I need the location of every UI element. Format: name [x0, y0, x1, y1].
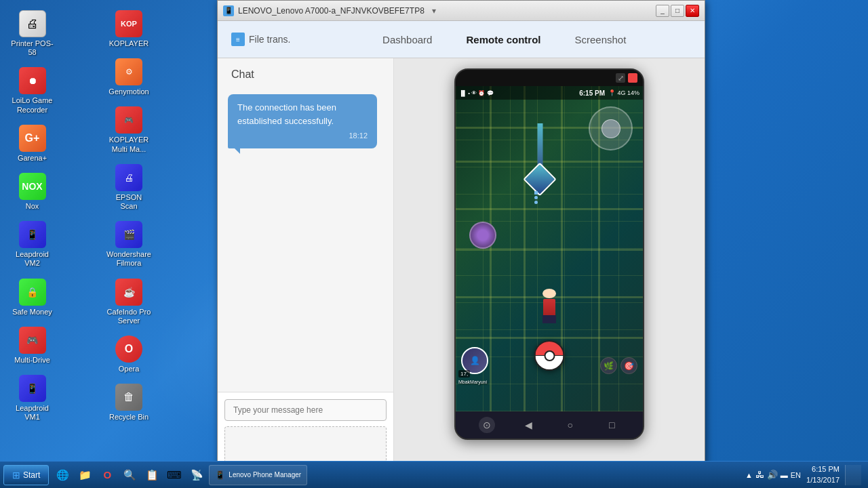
desktop-icon-recycle[interactable]: 🗑 Recycle Bin	[104, 380, 155, 425]
loilo-icon: ⏺	[19, 67, 46, 94]
joystick-inner	[601, 119, 620, 138]
loilo-label: LoiLo GameRecorder	[12, 96, 53, 114]
koplayer2-icon: 🎮	[115, 106, 142, 134]
taskbar-app-label: Lenovo Phone Manager	[229, 471, 301, 479]
minimize-button[interactable]: _	[656, 5, 669, 17]
taskbar-chrome-icon[interactable]: 🌐	[52, 465, 73, 485]
desktop-icon-cafeindo[interactable]: ☕ CafeIndo ProServer	[104, 275, 155, 329]
game-btn-1[interactable]: 🌿	[600, 357, 617, 374]
desktop-icon-opera[interactable]: O Opera	[104, 332, 155, 377]
genymotion-icon: ⚙	[115, 58, 142, 85]
desktop-icon-koplayer[interactable]: KOP KOPLAYER	[104, 7, 155, 52]
desktop: 🖨 Printer POS-58 ⏺ LoiLo GameRecorder G+…	[0, 0, 868, 488]
close-button[interactable]: ✕	[686, 5, 699, 17]
desktop-icon-safemoney[interactable]: 🔒 Safe Money	[7, 275, 58, 320]
desktop-icons-area: 🖨 Printer POS-58 ⏺ LoiLo GameRecorder G+…	[7, 7, 197, 454]
phone-title-bar: ⤢ ✕	[456, 70, 643, 86]
desktop-icon-loilo[interactable]: ⏺ LoiLo GameRecorder	[7, 64, 58, 117]
leapdroid2-icon: 📱	[19, 221, 46, 248]
taskbar-app-icon: 📱	[215, 470, 225, 480]
app-icon: 📱	[223, 5, 234, 16]
tab-remote-control[interactable]: Remote control	[459, 30, 547, 49]
taskbar-network-sys[interactable]: 🖧	[755, 470, 764, 480]
start-button[interactable]: ⊞ Start	[3, 465, 49, 485]
phone-circle-btn[interactable]: ○	[562, 417, 578, 433]
desktop-icon-genymotion[interactable]: ⚙ Genymotion	[104, 55, 155, 100]
desktop-icon-koplayer2[interactable]: 🎮 KOPLAYERMulti Ma...	[104, 103, 155, 157]
app-window: 📱 LENOVO_Lenovo A7000-a_NFJNVKOVBEFE7TP8…	[217, 0, 705, 471]
chat-message-text: The connection has been established succ…	[237, 102, 336, 126]
game-joystick[interactable]	[589, 106, 633, 150]
pokestop-disc	[523, 163, 556, 196]
phone-expand-button[interactable]: ⤢	[616, 73, 625, 83]
leapdroid1-icon: 📱	[19, 375, 46, 402]
taskbar-network-icon[interactable]: 📡	[186, 465, 207, 485]
taskbar-date: 1/13/2017	[806, 475, 840, 485]
logo-text[interactable]: File trans.	[249, 34, 290, 45]
chat-messages: The connection has been established succ…	[218, 87, 393, 392]
taskbar-clipboard-icon[interactable]: 📋	[142, 465, 162, 485]
game-btn-2[interactable]: 🎯	[620, 357, 637, 374]
road-v2	[524, 86, 526, 411]
taskbar-app-item[interactable]: 📱 Lenovo Phone Manager	[209, 465, 307, 485]
chat-attachment-area	[224, 426, 387, 464]
signal-dots: •	[468, 90, 470, 96]
nav-links: Dashboard Remote control Screenshot	[317, 30, 691, 49]
player-level: 17,	[458, 370, 470, 378]
phone-home-btn[interactable]: ⊙	[479, 417, 495, 433]
road-h3	[456, 208, 643, 210]
phone-close-button[interactable]: ✕	[628, 73, 637, 83]
leapdroid2-label: LeapdroidVM2	[16, 250, 49, 268]
taskbar-opera-icon[interactable]: O	[97, 465, 117, 485]
show-desktop-button[interactable]	[845, 465, 861, 485]
tab-screenshot[interactable]: Screenshot	[568, 30, 633, 49]
phone-back-btn[interactable]: ◀	[520, 417, 536, 433]
dropdown-arrow[interactable]: ▾	[432, 6, 436, 16]
taskbar-keyboard-icon[interactable]: ⌨	[164, 465, 184, 485]
tab-dashboard[interactable]: Dashboard	[376, 30, 439, 49]
app-logo: ≡ File trans.	[231, 33, 290, 46]
taskbar-items: 🌐 📁 O 🔍 📋 ⌨ 📡 📱 Lenovo Phone Manager	[52, 465, 745, 485]
spin-item-2	[534, 196, 538, 199]
chat-title: Chat	[218, 58, 393, 87]
phone-title-controls: ⤢ ✕	[616, 73, 637, 83]
desktop-icon-multidrive[interactable]: 🎮 Multi-Drive	[7, 323, 58, 368]
phone-recent-btn[interactable]: □	[604, 417, 620, 433]
opera-icon: O	[115, 336, 142, 363]
desktop-icon-leapdroid2[interactable]: 📱 LeapdroidVM2	[7, 218, 58, 271]
desktop-icon-leapdroid1[interactable]: 📱 LeapdroidVM1	[7, 371, 58, 425]
epson-icon: 🖨	[115, 164, 142, 191]
content-area: Chat The connection has been established…	[218, 58, 705, 470]
taskbar-up-arrow[interactable]: ▲	[745, 471, 753, 479]
pokeball[interactable]	[534, 340, 565, 371]
taskbar-clock[interactable]: 6:15 PM 1/13/2017	[806, 464, 840, 485]
recycle-icon: 🗑	[115, 384, 142, 411]
player-body	[543, 299, 555, 315]
opera-label: Opera	[119, 365, 140, 373]
chat-panel: Chat The connection has been established…	[218, 58, 394, 470]
leapdroid1-label: LeapdroidVM1	[16, 404, 49, 422]
taskbar-search-icon[interactable]: 🔍	[119, 465, 140, 485]
desktop-icon-nox[interactable]: NOX Nox	[7, 169, 58, 214]
taskbar-language[interactable]: EN	[791, 471, 801, 479]
nav-bar: ≡ File trans. Dashboard Remote control S…	[218, 21, 705, 58]
chat-input[interactable]	[224, 399, 387, 421]
garena-label: Garena+	[18, 154, 47, 163]
desktop-icon-epson[interactable]: 🖨 EPSON Scan	[104, 161, 155, 214]
koplayer2-label: KOPLAYERMulti Ma...	[109, 136, 149, 153]
desktop-icon-wondershare[interactable]: 🎬 WondershareFilmora	[104, 218, 155, 271]
nox-label: Nox	[26, 202, 39, 211]
taskbar-volume[interactable]: 🔊	[767, 470, 778, 480]
taskbar-folder-icon[interactable]: 📁	[75, 465, 95, 485]
desktop-icon-printer[interactable]: 🖨 Printer POS-58	[7, 7, 58, 60]
maximize-button[interactable]: □	[671, 5, 684, 17]
phone-nav-bar: ⊙ ◀ ○ □	[456, 411, 643, 439]
desktop-icon-garena[interactable]: G+ Garena+	[7, 121, 58, 166]
signal-bars: ▐▌	[459, 90, 467, 96]
safemoney-icon: 🔒	[19, 279, 46, 306]
player-avatar: 👤	[462, 348, 487, 373]
multidrive-label: Multi-Drive	[14, 356, 50, 365]
epson-label: EPSON Scan	[107, 193, 151, 211]
remote-panel: ⤢ ✕	[394, 58, 705, 470]
koplayer-label: KOPLAYER	[109, 39, 149, 48]
